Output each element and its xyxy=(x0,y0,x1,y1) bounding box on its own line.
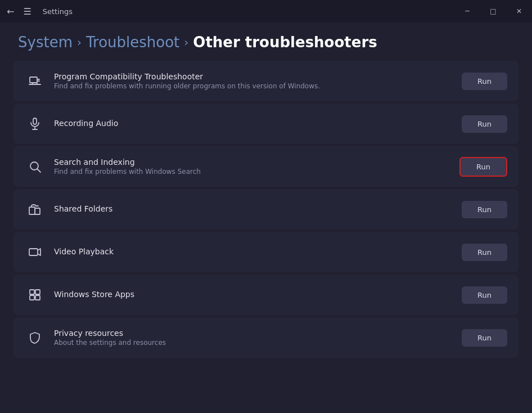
breadcrumb-sep1: › xyxy=(77,35,82,49)
hamburger-icon[interactable]: ☰ xyxy=(23,6,31,17)
row-search-indexing-desc: Find and fix problems with Windows Searc… xyxy=(54,168,450,176)
row-recording-audio: Recording Audio Run xyxy=(13,104,519,144)
row-recording-audio-title: Recording Audio xyxy=(54,119,453,128)
breadcrumb-troubleshoot[interactable]: Troubleshoot xyxy=(86,34,179,51)
row-privacy-title: Privacy resources xyxy=(54,329,453,338)
row-program-compat-title: Program Compatibility Troubleshooter xyxy=(54,72,453,81)
run-privacy-button[interactable]: Run xyxy=(462,329,507,347)
row-search-indexing-text: Search and Indexing Find and fix problem… xyxy=(54,158,450,176)
svg-rect-0 xyxy=(30,77,37,83)
svg-rect-13 xyxy=(29,249,38,255)
row-shared-folders-text: Shared Folders xyxy=(54,204,453,214)
row-privacy-desc: About the settings and resources xyxy=(54,339,453,347)
breadcrumb-area: System › Troubleshoot › Other troublesho… xyxy=(0,23,532,61)
row-shared-folders: Shared Folders Run xyxy=(13,189,519,230)
svg-rect-14 xyxy=(30,290,34,294)
breadcrumb-system[interactable]: System xyxy=(18,34,73,51)
row-recording-audio-text: Recording Audio xyxy=(54,119,453,129)
close-button[interactable]: ✕ xyxy=(506,0,532,23)
titlebar-left: ← ☰ Settings xyxy=(7,6,73,17)
minimize-button[interactable]: ─ xyxy=(454,0,480,23)
row-windows-store-text: Windows Store Apps xyxy=(54,290,453,300)
shared-folders-icon xyxy=(25,203,45,216)
back-button[interactable]: ← xyxy=(7,6,14,17)
svg-rect-16 xyxy=(30,295,34,300)
svg-rect-11 xyxy=(29,207,35,214)
run-shared-folders-button[interactable]: Run xyxy=(462,201,507,218)
row-search-indexing-title: Search and Indexing xyxy=(54,158,450,167)
program-icon xyxy=(25,74,45,88)
row-privacy-text: Privacy resources About the settings and… xyxy=(54,329,453,347)
row-windows-store-title: Windows Store Apps xyxy=(54,290,453,299)
row-program-compat-text: Program Compatibility Troubleshooter Fin… xyxy=(54,72,453,90)
row-video-playback-title: Video Playback xyxy=(54,247,453,256)
content-area: Program Compatibility Troubleshooter Fin… xyxy=(0,61,532,413)
run-search-indexing-button[interactable]: Run xyxy=(459,157,507,177)
app-title: Settings xyxy=(43,7,73,16)
window-controls: ─ □ ✕ xyxy=(454,0,532,23)
row-video-playback: Video Playback Run xyxy=(13,232,519,272)
video-icon xyxy=(25,245,45,259)
run-windows-store-button[interactable]: Run xyxy=(462,286,507,304)
svg-rect-6 xyxy=(33,118,37,124)
run-program-compat-button[interactable]: Run xyxy=(462,73,507,90)
settings-window: ← ☰ Settings ─ □ ✕ System › Troubleshoot… xyxy=(0,0,532,413)
row-privacy: Privacy resources About the settings and… xyxy=(13,317,519,358)
run-recording-audio-button[interactable]: Run xyxy=(462,115,507,133)
titlebar: ← ☰ Settings ─ □ ✕ xyxy=(0,0,532,23)
row-windows-store: Windows Store Apps Run xyxy=(13,275,519,315)
row-search-indexing: Search and Indexing Find and fix problem… xyxy=(13,146,519,187)
svg-rect-15 xyxy=(35,290,40,294)
search-icon xyxy=(25,160,45,173)
maximize-button[interactable]: □ xyxy=(480,0,506,23)
shield-icon xyxy=(25,331,45,344)
microphone-icon xyxy=(25,117,45,131)
row-video-playback-text: Video Playback xyxy=(54,247,453,257)
run-video-playback-button[interactable]: Run xyxy=(462,244,507,261)
breadcrumb-sep2: › xyxy=(184,35,188,49)
row-program-compat-desc: Find and fix problems with running older… xyxy=(54,82,453,90)
row-shared-folders-title: Shared Folders xyxy=(54,204,453,213)
svg-line-10 xyxy=(38,169,41,173)
store-icon xyxy=(25,288,45,302)
svg-rect-17 xyxy=(35,295,40,300)
breadcrumb-current: Other troubleshooters xyxy=(193,34,377,51)
breadcrumb: System › Troubleshoot › Other troublesho… xyxy=(18,34,514,51)
row-program-compat: Program Compatibility Troubleshooter Fin… xyxy=(13,61,519,101)
